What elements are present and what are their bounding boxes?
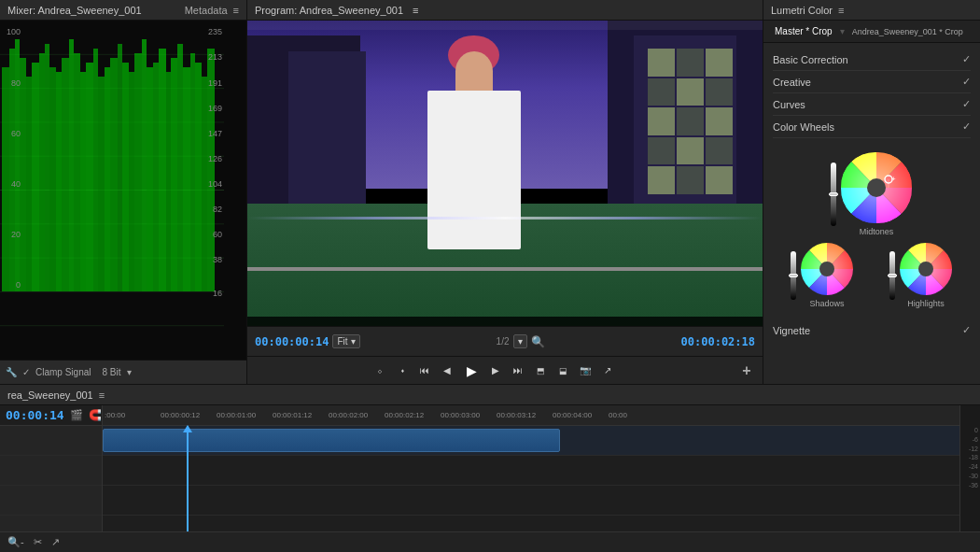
timeline-tool-2[interactable]: ↗ [49,535,62,549]
timeline-snap-icon[interactable]: 🧲 [89,409,102,421]
svg-rect-29 [122,63,129,291]
svg-rect-30 [129,72,134,291]
svg-text:191: 191 [208,78,222,88]
vignette-section[interactable]: Vignette ✓ [773,319,971,341]
program-header: Program: Andrea_Sweeney_001 ≡ [247,0,763,21]
timeline-panel-title: rea_Sweeney_001 [7,389,93,401]
creative-section[interactable]: Creative ✓ [773,71,971,93]
timeline-tool-1[interactable]: ✂ [32,535,44,549]
light-bar [247,217,763,219]
zoom-out-icon[interactable]: 🔍- [6,535,26,549]
letterbox-top [247,21,763,30]
timeline-bottom-toolbar: 🔍- ✂ ↗ [0,531,980,552]
lumetri-header: Lumetri Color ≡ [763,0,980,21]
svg-text:20: 20 [11,230,21,239]
svg-rect-37 [171,58,177,291]
midtones-with-slider: + Midtones [831,151,913,236]
export-frame-btn[interactable]: 📷 [577,362,594,379]
svg-rect-11 [15,39,20,291]
svg-rect-33 [147,67,153,291]
svg-rect-15 [39,53,45,291]
step-back-btn[interactable]: ◀ [439,362,455,379]
timeline-ruler: :00:00 00:00:00:12 00:00:01:00 00:00:01:… [103,405,959,426]
svg-rect-21 [74,53,80,291]
color-wheels-label: Color Wheels [773,121,834,133]
highlights-slider[interactable] [889,251,895,300]
ruler-mark-8: 00:00:04:00 [553,411,609,419]
svg-point-72 [918,262,933,276]
audio-track-3 [103,516,959,531]
timeline-inner: 00:00:14 🎬 🧲 🔍 :00:00 00:00:00:12 00:00:… [0,405,980,531]
svg-text:16: 16 [213,289,222,298]
lumetri-tab-clip[interactable]: Andrea_Sweeney_001 * Crop [848,25,967,38]
lumetri-menu-icon[interactable]: ≡ [838,5,844,16]
shadows-slider-thumb[interactable] [789,274,798,277]
add-button[interactable]: + [738,362,755,379]
search-icon[interactable]: 🔍 [531,335,545,348]
video-track-1 [103,426,959,456]
go-to-out-btn[interactable]: ⏭ [510,362,526,379]
ruler-mark-3: 00:00:01:12 [273,411,329,419]
midtones-wheel[interactable]: + [840,151,913,224]
metadata-link[interactable]: Metadata [185,5,228,16]
basic-correction-section[interactable]: Basic Correction ✓ [773,49,971,71]
audio-track-1 [103,456,959,486]
basic-correction-label: Basic Correction [773,54,848,65]
track-label-1 [0,426,102,456]
video-clip-1[interactable] [103,429,560,452]
svg-text:147: 147 [208,129,222,138]
overwrite-btn[interactable]: ⬓ [554,362,571,379]
lumetri-tab-master[interactable]: Master * Crop [771,24,836,38]
midtones-slider[interactable] [831,163,836,226]
svg-rect-19 [62,58,69,291]
shadows-wheel[interactable] [800,242,854,296]
mark-in-btn[interactable]: ⬦ [371,362,388,379]
mark-out-btn[interactable]: ⬧ [394,362,411,379]
lumetri-title: Lumetri Color [771,5,833,16]
curves-check: ✓ [962,98,971,110]
step-forward-btn[interactable]: ▶ [487,362,504,379]
timeline-timecode: 00:00:14 [6,408,64,422]
track-label-4 [0,516,102,531]
highlights-wheel[interactable] [899,242,953,296]
ruler-mark-4: 00:00:02:00 [329,411,385,419]
svg-rect-17 [49,67,56,291]
color-wheels-section-header[interactable]: Color Wheels ✓ [773,116,971,138]
playhead-indicator [183,425,192,432]
letterbox-bottom [247,317,763,326]
svg-text:60: 60 [213,230,222,239]
meter-12: -12 [969,445,978,454]
export-btn[interactable]: ↗ [599,362,616,379]
shadows-wheel-svg [800,242,854,296]
highlights-slider-thumb[interactable] [888,274,897,277]
shadows-slider[interactable] [791,251,796,300]
playhead[interactable] [187,426,189,531]
insert-btn[interactable]: ⬒ [532,362,549,379]
fit-chevron: ▾ [351,336,356,347]
shadows-label: Shadows [809,299,844,308]
program-menu-icon[interactable]: ≡ [413,5,418,16]
track-label-3 [0,486,102,516]
lumetri-content: Basic Correction ✓ Creative ✓ Curves ✓ C… [763,43,980,384]
fit-dropdown[interactable]: Fit ▾ [332,334,359,348]
bit-dropdown-icon[interactable]: ▾ [127,367,132,377]
svg-rect-16 [45,44,49,291]
timeline-panel-icon[interactable]: 🎬 [70,409,83,421]
timecode-start: 00:00:00:14 [255,335,329,348]
ratio-dropdown[interactable]: ▾ [513,334,527,348]
clamp-checkbox[interactable]: ✓ [22,367,30,377]
curves-label: Curves [773,99,805,110]
midtones-slider-thumb[interactable] [829,192,838,196]
play-button[interactable]: ▶ [461,361,482,381]
ruler-marks-container: :00:00 00:00:00:12 00:00:01:00 00:00:01:… [103,411,959,419]
monitor-controls: 00:00:00:14 Fit ▾ 1/2 ▾ 🔍 00:00:02:18 [247,326,763,356]
wrench-icon[interactable]: 🔧 [6,367,17,377]
waveform-header-icons: Metadata ≡ [185,5,239,16]
timeline-track-labels: 00:00:14 🎬 🧲 🔍 [0,405,103,531]
panel-menu-icon[interactable]: ≡ [233,5,239,16]
tracks-container [103,426,959,531]
svg-text:104: 104 [208,179,222,189]
timeline-menu-icon[interactable]: ≡ [99,389,105,401]
curves-section[interactable]: Curves ✓ [773,93,971,116]
go-to-in-btn[interactable]: ⏮ [416,362,433,379]
